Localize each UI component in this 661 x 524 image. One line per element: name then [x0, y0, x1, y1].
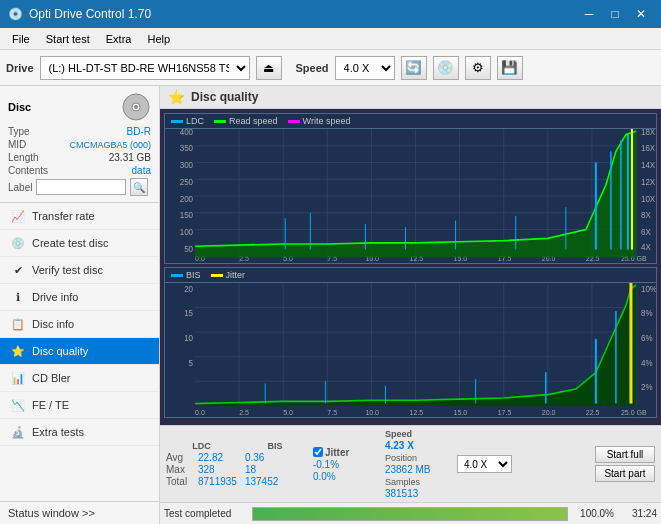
maximize-button[interactable]: □ — [603, 4, 627, 24]
svg-text:10X: 10X — [641, 193, 656, 204]
sidebar-label-create-test-disc: Create test disc — [32, 237, 108, 249]
chart-container: LDC Read speed Write speed — [160, 109, 661, 425]
stat-group-ldc: LDC Avg 22.82 Max 328 Total 8711935 — [166, 441, 237, 487]
stat-header-ldc: LDC — [166, 441, 237, 451]
sidebar-item-disc-info[interactable]: 📋 Disc info — [0, 311, 159, 338]
disc-type-row: Type BD-R — [8, 126, 151, 137]
disc-label-button[interactable]: 🔍 — [130, 178, 148, 196]
legend-ldc-label: LDC — [186, 116, 204, 126]
drive-select[interactable]: (L:) HL-DT-ST BD-RE WH16NS58 TST4 — [40, 56, 250, 80]
svg-text:18X: 18X — [641, 129, 656, 137]
total-bis-value: 137452 — [245, 476, 278, 487]
max-jitter-row: 0.0% — [313, 471, 373, 482]
sidebar-item-drive-info[interactable]: ℹ Drive info — [0, 284, 159, 311]
title-bar: 💿 Opti Drive Control 1.70 ─ □ ✕ — [0, 0, 661, 28]
sidebar-item-disc-quality[interactable]: ⭐ Disc quality — [0, 338, 159, 365]
sidebar-item-create-test-disc[interactable]: 💿 Create test disc — [0, 230, 159, 257]
sidebar-label-transfer-rate: Transfer rate — [32, 210, 95, 222]
disc-contents-row: Contents data — [8, 165, 151, 176]
sidebar-label-verify-test-disc: Verify test disc — [32, 264, 103, 276]
avg-jitter-value: -0.1% — [313, 459, 339, 470]
disc-length-value: 23.31 GB — [109, 152, 151, 163]
close-button[interactable]: ✕ — [629, 4, 653, 24]
stat-max-bis-row: 18 — [245, 464, 305, 475]
stat-total-ldc-row: Total 8711935 — [166, 476, 237, 487]
disc-quality-title: Disc quality — [191, 90, 258, 104]
stat-group-jitter: Jitter -0.1% 0.0% — [313, 447, 373, 482]
disc-label-row: Label 🔍 — [8, 178, 151, 196]
status-text: Test completed — [164, 508, 244, 519]
sidebar-label-drive-info: Drive info — [32, 291, 78, 303]
verify-test-disc-icon: ✔ — [10, 262, 26, 278]
jitter-header-label: Jitter — [325, 447, 349, 458]
disc-info-icon: 📋 — [10, 316, 26, 332]
svg-text:25.0 GB: 25.0 GB — [621, 407, 647, 416]
status-window-label: Status window >> — [8, 507, 95, 519]
svg-text:300: 300 — [180, 160, 194, 171]
stat-header-bis: BIS — [245, 441, 305, 451]
menu-extra[interactable]: Extra — [98, 31, 140, 47]
sidebar-item-fe-te[interactable]: 📉 FE / TE — [0, 392, 159, 419]
svg-text:8X: 8X — [641, 210, 651, 221]
sidebar-item-cd-bler[interactable]: 📊 CD Bler — [0, 365, 159, 392]
sidebar-item-transfer-rate[interactable]: 📈 Transfer rate — [0, 203, 159, 230]
jitter-checkbox[interactable] — [313, 447, 323, 457]
menu-help[interactable]: Help — [139, 31, 178, 47]
cd-bler-icon: 📊 — [10, 370, 26, 386]
disc-button[interactable]: 💿 — [433, 56, 459, 80]
svg-text:20: 20 — [184, 284, 193, 295]
start-full-button[interactable]: Start full — [595, 446, 655, 463]
sidebar-item-verify-test-disc[interactable]: ✔ Verify test disc — [0, 257, 159, 284]
main-content: Disc Type BD-R MID CMCMAGBA5 (000) Leng — [0, 86, 661, 524]
menu-bar: File Start test Extra Help — [0, 28, 661, 50]
bottom-chart-svg-wrapper: 20 15 10 5 10% 8% 6% 4% 2% 0.0 2.5 5.0 — [165, 283, 656, 417]
stats-speed-select[interactable]: 4.0 X — [457, 455, 512, 473]
stat-group-speed: Speed 4.23 X Position 23862 MB Samples 3… — [385, 429, 445, 499]
svg-text:4%: 4% — [641, 357, 653, 368]
stat-group-bis: BIS 0.36 18 137452 — [245, 441, 305, 487]
refresh-button[interactable]: 🔄 — [401, 56, 427, 80]
top-chart-svg: 400 350 300 250 200 150 100 50 18X 16X 1… — [165, 129, 656, 263]
disc-length-row: Length 23.31 GB — [8, 152, 151, 163]
extra-tests-icon: 🔬 — [10, 424, 26, 440]
drive-toolbar: Drive (L:) HL-DT-ST BD-RE WH16NS58 TST4 … — [0, 50, 661, 86]
top-chart: LDC Read speed Write speed — [164, 113, 657, 264]
top-chart-legend: LDC Read speed Write speed — [165, 114, 656, 129]
svg-text:10%: 10% — [641, 284, 656, 295]
svg-text:5: 5 — [189, 357, 194, 368]
max-ldc-value: 328 — [198, 464, 215, 475]
disc-label-label: Label — [8, 182, 32, 193]
minimize-button[interactable]: ─ — [577, 4, 601, 24]
start-part-button[interactable]: Start part — [595, 465, 655, 482]
svg-text:20.0: 20.0 — [542, 407, 556, 416]
disc-contents-label: Contents — [8, 165, 48, 176]
svg-text:4X: 4X — [641, 241, 651, 252]
speed-select[interactable]: 4.0 X — [335, 56, 395, 80]
legend-read-speed-label: Read speed — [229, 116, 278, 126]
menu-file[interactable]: File — [4, 31, 38, 47]
menu-start-test[interactable]: Start test — [38, 31, 98, 47]
settings-button[interactable]: ⚙ — [465, 56, 491, 80]
disc-mid-value: CMCMAGBA5 (000) — [69, 140, 151, 150]
speed-label: Speed — [296, 62, 329, 74]
title-bar-controls: ─ □ ✕ — [577, 4, 653, 24]
svg-text:5.0: 5.0 — [283, 407, 293, 416]
disc-quality-header: ⭐ Disc quality — [160, 86, 661, 109]
save-button[interactable]: 💾 — [497, 56, 523, 80]
title-bar-left: 💿 Opti Drive Control 1.70 — [8, 7, 151, 21]
disc-label-input[interactable] — [36, 179, 126, 195]
svg-text:350: 350 — [180, 143, 194, 154]
svg-text:50: 50 — [184, 243, 193, 254]
stats-bar: LDC Avg 22.82 Max 328 Total 8711935 BIS — [160, 425, 661, 502]
status-window-button[interactable]: Status window >> — [0, 501, 159, 524]
eject-button[interactable]: ⏏ — [256, 56, 282, 80]
create-test-disc-icon: 💿 — [10, 235, 26, 251]
svg-text:10: 10 — [184, 333, 193, 344]
start-buttons: Start full Start part — [595, 446, 655, 482]
position-stat-label: Position — [385, 453, 445, 463]
sidebar-item-extra-tests[interactable]: 🔬 Extra tests — [0, 419, 159, 446]
max-label: Max — [166, 464, 194, 475]
position-stat-value: 23862 MB — [385, 464, 445, 475]
svg-text:2%: 2% — [641, 382, 653, 393]
app-icon: 💿 — [8, 7, 23, 21]
